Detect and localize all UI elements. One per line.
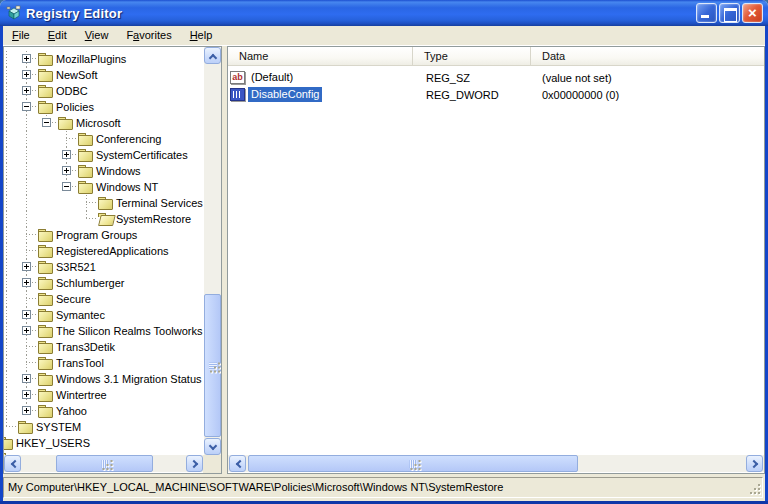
collapse-minus-icon[interactable] xyxy=(62,182,71,191)
expand-plus-icon[interactable] xyxy=(22,326,31,335)
tree-item-schlumberger[interactable]: Schlumberger xyxy=(22,275,204,291)
menu-favorites[interactable]: Favorites xyxy=(117,27,180,44)
column-header-name[interactable]: Name xyxy=(228,47,413,66)
tree-item-symantec[interactable]: Symantec xyxy=(22,307,204,323)
tree-hscrollbar-thumb[interactable] xyxy=(56,455,153,472)
expand-plus-icon[interactable] xyxy=(22,70,31,79)
expand-plus-icon[interactable] xyxy=(22,310,31,319)
tree-item-registeredapplications[interactable]: RegisteredApplications xyxy=(22,243,204,259)
collapse-minus-icon[interactable] xyxy=(42,118,51,127)
tree-guide-line xyxy=(6,147,7,163)
tree-item-label[interactable]: Windows xyxy=(93,164,144,179)
minimize-button[interactable] xyxy=(696,3,717,23)
list-scroll-right-button[interactable] xyxy=(746,455,763,472)
expand-plus-icon[interactable] xyxy=(22,374,31,383)
titlebar[interactable]: Registry Editor xyxy=(0,0,768,26)
tree-item-newsoft[interactable]: NewSoft xyxy=(22,67,204,83)
tree-item-label[interactable]: Program Groups xyxy=(53,228,140,243)
tree-item-label[interactable]: RegisteredApplications xyxy=(53,244,172,259)
tree-item-systemcertificates[interactable]: SystemCertificates xyxy=(62,147,204,163)
menu-view[interactable]: View xyxy=(76,27,118,44)
folder-icon xyxy=(37,67,53,83)
status-bar: My Computer\HKEY_LOCAL_MACHINE\SOFTWARE\… xyxy=(3,474,765,501)
maximize-button[interactable] xyxy=(719,3,740,23)
tree-guide-stub xyxy=(26,346,36,347)
tree-item-system[interactable]: SYSTEM xyxy=(4,419,204,435)
tree-item-label[interactable]: SYSTEM xyxy=(33,420,84,435)
tree-item-label[interactable]: Terminal Services xyxy=(113,196,204,211)
tree-item-label[interactable]: Wintertree xyxy=(53,388,110,403)
tree-item-program-groups[interactable]: Program Groups xyxy=(22,227,204,243)
tree-item-windows-3-1-migration-status[interactable]: Windows 3.1 Migration Status xyxy=(22,371,204,387)
tree-item-transtool[interactable]: TransTool xyxy=(22,355,204,371)
tree-item-label[interactable]: Schlumberger xyxy=(53,276,127,291)
tree-item-microsoft[interactable]: Microsoft xyxy=(42,115,204,131)
expand-plus-icon[interactable] xyxy=(22,406,31,415)
tree-item-label[interactable]: SystemRestore xyxy=(113,212,194,227)
tree-item-label[interactable]: Secure xyxy=(53,292,94,307)
tree-scroll-left-button[interactable] xyxy=(4,455,21,472)
tree-item-conferencing[interactable]: Conferencing xyxy=(62,131,204,147)
expand-plus-icon[interactable] xyxy=(22,278,31,287)
tree-item-label[interactable]: Microsoft xyxy=(73,116,124,131)
folder-icon xyxy=(37,227,53,243)
value-row--default-[interactable]: ab(Default)REG_SZ(value not set) xyxy=(228,69,764,86)
list-scroll-left-button[interactable] xyxy=(229,455,246,472)
menu-help[interactable]: Help xyxy=(181,27,222,44)
tree-item-label[interactable]: S3R521 xyxy=(53,260,99,275)
menu-file[interactable]: File xyxy=(3,27,39,44)
tree-scroll-down-button[interactable] xyxy=(204,438,221,455)
tree-item-label[interactable]: Conferencing xyxy=(93,132,164,147)
tree-vscrollbar-thumb[interactable] xyxy=(204,294,221,437)
column-header-data[interactable]: Data xyxy=(531,47,764,66)
folder-icon xyxy=(37,259,53,275)
tree-item-s3r521[interactable]: S3R521 xyxy=(22,259,204,275)
value-name[interactable]: DisableConfig xyxy=(248,87,322,102)
tree-item-windows[interactable]: Windows xyxy=(62,163,204,179)
expand-plus-icon[interactable] xyxy=(62,150,71,159)
tree-item-mozillaplugins[interactable]: MozillaPlugins xyxy=(22,51,204,67)
tree-item-windows-nt[interactable]: Windows NT xyxy=(62,179,204,195)
tree-scroll-up-button[interactable] xyxy=(204,47,221,64)
tree-scroll-right-button[interactable] xyxy=(186,455,203,472)
tree-item-label[interactable]: HKEY_USERS xyxy=(13,436,93,451)
tree-item-label[interactable]: Symantec xyxy=(53,308,108,323)
tree-item-label[interactable]: Policies xyxy=(53,100,97,115)
close-button[interactable] xyxy=(742,3,763,23)
tree-expander-slot xyxy=(22,371,37,387)
tree-item-hkey-users[interactable]: HKEY_USERS xyxy=(4,435,204,451)
tree-item-wintertree[interactable]: Wintertree xyxy=(22,387,204,403)
expand-plus-icon[interactable] xyxy=(22,262,31,271)
tree-item-systemrestore[interactable]: SystemRestore xyxy=(82,211,204,227)
tree-item-label[interactable]: ODBC xyxy=(53,84,91,99)
tree-item-policies[interactable]: Policies xyxy=(22,99,204,115)
expand-plus-icon[interactable] xyxy=(62,166,71,175)
resize-grip[interactable] xyxy=(749,484,762,497)
tree-item-label[interactable]: Windows NT xyxy=(93,180,161,195)
tree-guide-line xyxy=(6,131,7,147)
tree-item-odbc[interactable]: ODBC xyxy=(22,83,204,99)
menu-edit[interactable]: Edit xyxy=(39,27,76,44)
list-hscrollbar-thumb[interactable] xyxy=(248,455,578,472)
tree-item-yahoo[interactable]: Yahoo xyxy=(22,403,204,419)
tree-guide-line xyxy=(6,195,7,211)
expand-plus-icon[interactable] xyxy=(22,54,31,63)
tree-item-the-silicon-realms-toolworks[interactable]: The Silicon Realms Toolworks xyxy=(22,323,204,339)
tree-item-secure[interactable]: Secure xyxy=(22,291,204,307)
expand-plus-icon[interactable] xyxy=(22,86,31,95)
value-row-disableconfig[interactable]: DisableConfigREG_DWORD0x00000000 (0) xyxy=(228,86,764,103)
tree-item-label[interactable]: TransTool xyxy=(53,356,107,371)
tree-item-label[interactable]: MozillaPlugins xyxy=(53,52,129,67)
tree-item-label[interactable]: SystemCertificates xyxy=(93,148,191,163)
expand-plus-icon[interactable] xyxy=(22,390,31,399)
tree-item-label[interactable]: The Silicon Realms Toolworks xyxy=(53,324,204,339)
tree-item-terminal-services[interactable]: Terminal Services xyxy=(82,195,204,211)
tree-item-label[interactable]: Trans3Detik xyxy=(53,340,118,355)
tree-item-label[interactable]: NewSoft xyxy=(53,68,101,83)
collapse-minus-icon[interactable] xyxy=(22,102,31,111)
tree-item-label[interactable]: Windows 3.1 Migration Status xyxy=(53,372,204,387)
tree-item-trans3detik[interactable]: Trans3Detik xyxy=(22,339,204,355)
column-header-type[interactable]: Type xyxy=(413,47,531,66)
tree-item-label[interactable]: Yahoo xyxy=(53,404,90,419)
value-name[interactable]: (Default) xyxy=(248,70,296,85)
